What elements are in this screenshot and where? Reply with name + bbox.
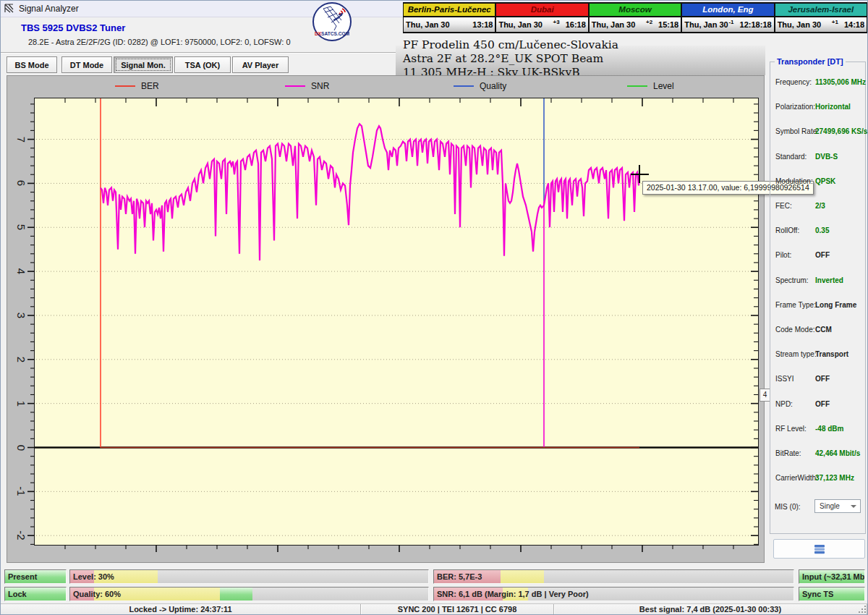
transponder-label: NPD: [775,400,793,408]
clock-city-label: Jerusalem-Israel [775,4,867,17]
y-axis-label-7: 7 [14,132,28,147]
sync-ts-indicator: Sync TS [799,587,865,601]
mode-button-dt-mode[interactable]: DT Mode [61,56,112,73]
transponder-value: Long Frame [815,301,856,309]
transponder-value: Transport [815,350,848,358]
clock-jerusalem-israel: Jerusalem-IsraelThu, Jan 30+114:18 [775,2,868,33]
clock-date: Thu, Jan 30 [778,20,822,29]
legend-label: Quality [480,81,506,91]
sync-ts-label: Sync TS [802,588,833,601]
transponder-label: CarrierWidth: [775,474,818,482]
status-bar: Locked -> Uptime: 24:37:11 SYNC 200 | TE… [1,603,867,615]
quality-bar: Quality: 60% [69,587,429,601]
legend-line-swatch [285,85,305,87]
transponder-row-frame-type-: Frame Type:Long Frame [770,301,865,311]
level-bar: Level: 30% [69,569,429,584]
ber-bar: BER: 5,7E-3 [433,569,794,584]
transponder-value: OFF [815,375,830,383]
transponder-row-modulation-: Modulation:QPSK [770,177,865,187]
clock-time: 15:18 [658,20,678,29]
chart-legend: BERSNRQualityLevel [7,78,765,94]
snr-trace [101,124,639,260]
transponder-value: OFF [815,251,830,259]
clock-date: Thu, Jan 30 [406,20,450,29]
input-label: Input (~32,31 Mbps) [802,570,865,583]
transponder-value: Horizontal [815,103,851,111]
clock-datetime: Thu, Jan 30+215:18 [590,17,681,32]
clock-datetime: Thu, Jan 30+316:18 [496,17,587,32]
mode-button-bs-mode[interactable]: BS Mode [7,56,57,73]
clock-datetime: Thu, Jan 30-112:18:18 [682,17,773,32]
mode-button-signal-mon-[interactable]: Signal Mon. [114,56,173,73]
clock-dubai: DubaiThu, Jan 30+316:18 [495,2,589,33]
export-button[interactable] [773,539,865,559]
transponder-row-symbol-rate-: Symbol Rate:27499,696 KS/s [770,127,865,137]
transponder-row-polarization-: Polarization:Horizontal [770,103,865,113]
mis-dropdown[interactable]: Single [814,499,861,513]
dxsatcs-dish-icon: DXSATCS.COM [315,4,349,39]
present-label: Present [8,570,37,583]
status-lock-uptime: Locked -> Uptime: 24:37:11 [1,604,361,615]
info-line-antenna: PF Prodelin 450 cm/Lučenec-Slovakia [403,38,765,52]
clock-date: Thu, Jan 30 [592,20,636,29]
transponder-value: 42,464 Mbit/s [815,449,860,457]
clock-city-label: Moscow [590,4,681,17]
transponder-label: Code Mode: [775,326,814,334]
transponder-row-standard-: Standard:DVB-S [770,153,865,163]
clock-london-eng: London, EngThu, Jan 30-112:18:18 [681,2,775,33]
transponder-label: Frame Type: [775,301,816,309]
transponder-row-rf-level-: RF Level:-48 dBm [770,425,865,435]
y-axis-label-3: 3 [14,308,28,323]
clock-utc-offset: -1 [728,19,740,25]
mode-button-tsa-ok-[interactable]: TSA (OK) [174,56,231,73]
dxsatcs-logo: DXSATCS.COM [312,2,352,41]
clock-date: Thu, Jan 30 [684,20,728,29]
transponder-row-issyi: ISSYIOFF [770,375,865,385]
transponder-label: Standard: [775,153,807,161]
legend-line-swatch [115,85,135,87]
chevron-down-icon [851,505,856,508]
resize-grip[interactable] [858,605,867,614]
snr-label: SNR: 6,1 dB (Margin: 1,7 dB | Very Poor) [437,588,589,601]
transponder-groupbox: Transponder [DT] Frequency:11305,006 MHz… [770,62,866,534]
window-title: Signal Analyzer [19,4,79,14]
mode-button-av-player[interactable]: AV Player [232,56,289,73]
level-label: Level: 30% [73,570,114,583]
clock-berlin-paris-lu-enec: Berlin-Paris-LučenecThu, Jan 3013:18 [403,2,496,33]
y-axis-label-0: 0 [14,441,28,455]
clock-time: 13:18 [472,20,493,29]
legend-item-snr: SNR [285,81,329,91]
y-axis-label--2: -2 [14,528,28,543]
legend-line-swatch [454,85,474,87]
transponder-row-stream-type-: Stream type:Transport [770,350,865,360]
transponder-label: Modulation: [775,177,813,185]
transponder-row-code-mode-: Code Mode:CCM [770,326,865,336]
legend-label: SNR [311,81,329,91]
clock-utc-offset: +1 [821,19,844,25]
transponder-row-carrierwidth-: CarrierWidth:37,123 MHz [770,474,865,484]
transponder-label: Pilot: [775,251,791,259]
cursor-crosshair-vertical [639,165,640,183]
stacked-data-icon [813,543,826,555]
status-sync-counters: SYNC 200 | TEI 12671 | CC 6798 [361,604,554,615]
clock-datetime: Thu, Jan 30+114:18 [775,17,867,32]
transponder-label: RF Level: [775,425,807,433]
clock-city-label: London, Eng [682,4,773,17]
present-indicator: Present [4,569,67,584]
signal-chart[interactable] [35,98,758,545]
status-best-signal: Best signal: 7,4 dB (2025-01-30 00:33) [554,604,867,615]
transponder-value: 0.35 [815,226,829,234]
legend-label: Level [653,81,674,91]
legend-item-level: Level [627,81,674,91]
transponder-value: 11305,006 MHz [815,78,866,86]
lock-indicator: Lock [4,587,67,601]
clock-time: 12:18:18 [740,20,772,29]
transponder-value: DVB-S [815,153,838,161]
y-axis-label--1: -1 [14,484,28,499]
mis-label: MIS (0): [775,503,801,511]
svg-text:DXSATCS.COM: DXSATCS.COM [315,31,349,36]
mis-selected-value: Single [820,502,840,510]
clock-time: 14:18 [844,20,864,29]
lock-label: Lock [8,588,27,601]
transponder-value: OFF [815,400,830,408]
